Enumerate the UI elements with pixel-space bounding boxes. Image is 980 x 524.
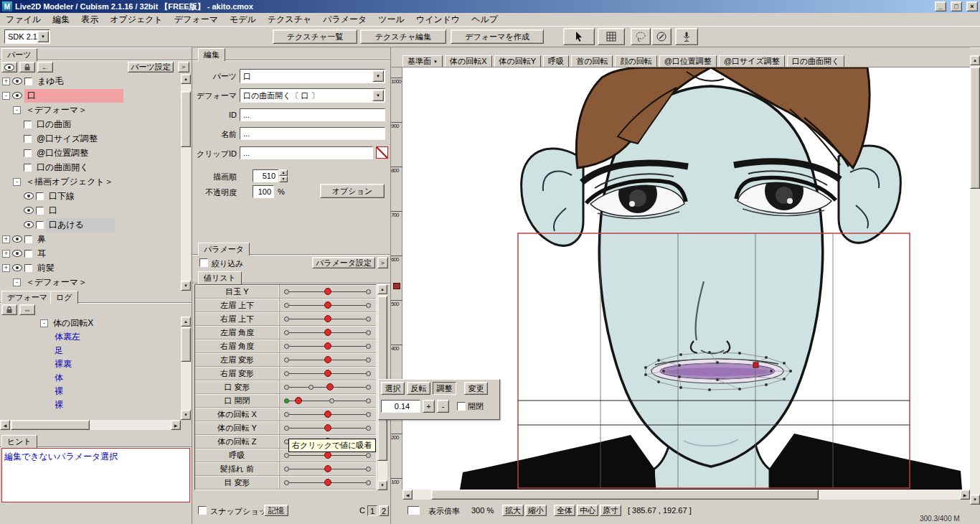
draw-order-stepper[interactable]: ▲ ▼ bbox=[279, 169, 288, 182]
menu-item[interactable]: パラメータ bbox=[317, 12, 372, 27]
deformer-swap-button[interactable]: ⇔ bbox=[19, 304, 35, 315]
slider-knob[interactable] bbox=[324, 315, 331, 322]
parts-select[interactable]: 口 ▼ bbox=[240, 69, 385, 83]
item-checkbox-icon[interactable] bbox=[36, 207, 44, 215]
canvas-vscrollbar[interactable]: ▲ ▼ bbox=[970, 55, 980, 505]
item-checkbox-icon[interactable] bbox=[24, 78, 32, 85]
parts-tree-item[interactable]: +前髪 bbox=[0, 261, 181, 275]
item-checkbox-icon[interactable] bbox=[24, 235, 32, 243]
parts-settings-button[interactable]: パーツ設定 bbox=[128, 62, 174, 72]
menu-item[interactable]: オブジェクト bbox=[104, 12, 169, 27]
slider-knob[interactable] bbox=[324, 479, 331, 486]
deformer-tree-vscrollbar[interactable]: ▲ ▼ bbox=[181, 317, 191, 420]
visibility-eye-icon[interactable] bbox=[12, 264, 22, 271]
menu-item[interactable]: 表示 bbox=[75, 12, 104, 27]
deformer-tree-item[interactable]: 裸 bbox=[0, 385, 181, 398]
model-canvas[interactable] bbox=[402, 67, 970, 490]
canvas-tab[interactable]: 顔の回転 bbox=[615, 55, 656, 67]
texture-list-button[interactable]: テクスチャ一覧 bbox=[273, 29, 357, 44]
filter-checkbox[interactable] bbox=[199, 258, 208, 267]
minimize-button[interactable]: _ bbox=[935, 1, 946, 11]
parts-tree-item[interactable]: 口下線 bbox=[0, 189, 181, 203]
pen-tool-button[interactable] bbox=[651, 28, 672, 45]
deformer-tree-item[interactable]: -体の回転X bbox=[0, 317, 181, 330]
parts-tree-item[interactable]: -＜デフォーマ＞ bbox=[0, 103, 181, 117]
canvas-tab[interactable]: 呼吸 bbox=[543, 55, 569, 67]
mesh-handle[interactable] bbox=[753, 362, 758, 368]
canvas-hscrollbar[interactable]: ◀ ▶ bbox=[402, 490, 970, 500]
draw-order-field[interactable]: 510 bbox=[253, 169, 278, 182]
slider-knob[interactable] bbox=[324, 329, 331, 336]
item-checkbox-icon[interactable] bbox=[24, 250, 32, 258]
zoom-0-button[interactable]: 拡大 bbox=[502, 505, 524, 516]
tab-parts[interactable]: パーツ bbox=[1, 48, 37, 61]
status-indicator-box[interactable] bbox=[407, 506, 420, 515]
lasso-tool-button[interactable] bbox=[631, 28, 651, 45]
float-tool-button[interactable]: 変更 bbox=[464, 382, 488, 395]
parameter-slider[interactable] bbox=[287, 285, 369, 298]
collapse-arrow-button[interactable]: ← bbox=[37, 62, 53, 72]
item-checkbox-icon[interactable] bbox=[36, 221, 44, 229]
parts-tree-item[interactable]: @口サイズ調整 bbox=[0, 131, 181, 146]
options-button[interactable]: オプション bbox=[320, 184, 385, 198]
parts-tree-item[interactable]: +耳 bbox=[0, 246, 181, 261]
snapshot-page-button[interactable]: 1 bbox=[367, 505, 377, 516]
canvas-tab[interactable]: @口サイズ調整 bbox=[719, 55, 785, 67]
tab-edit[interactable]: 編集 bbox=[198, 48, 225, 61]
texture-edit-button[interactable]: テクスチャ編集 bbox=[360, 29, 446, 44]
tree-expander-icon[interactable]: - bbox=[13, 106, 21, 114]
parameter-slider[interactable] bbox=[287, 421, 369, 434]
zoom-2-button[interactable]: 全体 bbox=[554, 505, 575, 516]
create-deformer-button[interactable]: デフォーマを作成 bbox=[451, 29, 544, 44]
snapshot-checkbox[interactable] bbox=[198, 506, 207, 515]
float-tool-button[interactable]: 選択 bbox=[381, 382, 405, 395]
canvas-tab[interactable]: 首の回転 bbox=[571, 55, 613, 67]
open-close-checkbox[interactable] bbox=[457, 402, 466, 411]
slider-knob[interactable] bbox=[324, 342, 331, 350]
parts-more-button[interactable]: ＞ bbox=[178, 62, 189, 72]
item-checkbox-icon[interactable] bbox=[24, 121, 32, 128]
visibility-eye-icon[interactable] bbox=[12, 250, 22, 257]
item-checkbox-icon[interactable] bbox=[24, 135, 32, 143]
parts-tree-item[interactable]: 口あける bbox=[0, 217, 181, 232]
mic-tool-button[interactable] bbox=[675, 28, 698, 45]
canvas-tab[interactable]: 体の回転X bbox=[445, 55, 492, 67]
menu-item[interactable]: ウインドウ bbox=[410, 12, 466, 27]
slider-knob[interactable] bbox=[326, 383, 334, 390]
canvas-tab[interactable]: 体の回転Y bbox=[494, 55, 542, 67]
deformer-lock-button[interactable] bbox=[1, 304, 17, 315]
parameter-slider[interactable] bbox=[287, 367, 369, 380]
parameter-slider[interactable] bbox=[287, 312, 369, 325]
menu-item[interactable]: ヘルプ bbox=[466, 12, 504, 27]
clip-id-field[interactable]: ... bbox=[240, 146, 373, 159]
visibility-eye-icon[interactable] bbox=[12, 78, 22, 85]
tree-expander-icon[interactable]: + bbox=[2, 78, 10, 85]
lock-toggle-button[interactable] bbox=[19, 62, 35, 72]
item-checkbox-icon[interactable] bbox=[24, 164, 32, 172]
deformer-tree-item[interactable]: 体 bbox=[0, 371, 181, 385]
visibility-toggle-button[interactable] bbox=[1, 62, 17, 72]
grid-tool-button[interactable] bbox=[598, 28, 625, 45]
parts-tree-item[interactable]: @口位置調整 bbox=[0, 146, 181, 160]
opacity-field[interactable]: 100 bbox=[253, 185, 274, 198]
parameter-slider[interactable] bbox=[287, 394, 369, 407]
parameter-slider[interactable] bbox=[287, 299, 369, 312]
zoom-4-button[interactable]: 原寸 bbox=[600, 505, 621, 516]
parameter-slider[interactable] bbox=[287, 408, 369, 421]
parameter-settings-button[interactable]: パラメータ設定 bbox=[312, 257, 375, 268]
slider-knob[interactable] bbox=[324, 356, 331, 363]
tree-expander-icon[interactable]: - bbox=[40, 319, 48, 327]
deformer-tree-item[interactable]: 裸裏 bbox=[0, 357, 181, 371]
tab-deformer[interactable]: デフォーマ bbox=[1, 291, 53, 304]
no-clip-icon[interactable] bbox=[376, 146, 388, 159]
deformer-tree-item[interactable]: 足 bbox=[0, 344, 181, 357]
deformer-select[interactable]: 口の曲面開く〔 口 〕 ▼ bbox=[240, 88, 385, 103]
slider-knob[interactable] bbox=[324, 424, 331, 431]
item-checkbox-icon[interactable] bbox=[36, 192, 44, 200]
deformer-tree-item[interactable]: 体裏左 bbox=[0, 330, 181, 344]
item-checkbox-icon[interactable] bbox=[24, 264, 32, 272]
menu-item[interactable]: デフォーマ bbox=[169, 12, 224, 27]
tree-expander-icon[interactable]: + bbox=[2, 235, 10, 243]
tab-hint[interactable]: ヒント bbox=[1, 435, 37, 448]
name-field[interactable]: ... bbox=[240, 127, 385, 140]
